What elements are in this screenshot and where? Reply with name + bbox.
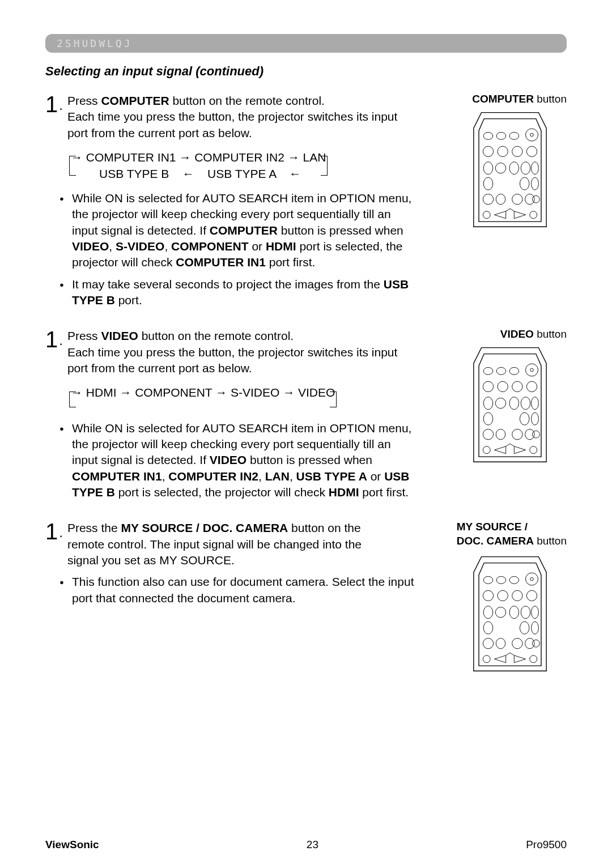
svg-point-40 [483,412,493,425]
bullet-auto-search-computer: While ON is selected for AUTO SEARCH ite… [60,190,416,271]
svg-point-41 [520,412,529,425]
cycle-diagram-video: → HDMI → COMPONENT → S-VIDEO → VIDEO [71,383,567,413]
footer-brand: ViewSonic [45,839,99,851]
step-number: 1 [45,328,58,351]
section-video: VIDEO button [45,328,567,500]
section-mysource: MY SOURCE / DOC. CAMERA button [45,520,567,606]
section-subtitle: Selecting an input signal (continued) [45,64,567,79]
step-dot: . [59,328,63,352]
svg-point-72 [525,639,535,649]
cycle-diagram-computer: → COMPUTER IN1 → COMPUTER IN2 → LAN USB … [71,148,567,184]
svg-point-2 [509,132,519,139]
svg-point-70 [496,639,505,649]
svg-point-18 [496,194,505,205]
step-text: Press the MY SOURCE / DOC. CAMERA button… [67,520,368,568]
svg-point-29 [526,364,538,376]
svg-point-27 [496,368,506,375]
label-video-button: VIDEO button [500,328,567,341]
svg-point-19 [512,194,522,205]
bullet-usb-delay: It may take several seconds to project t… [60,276,416,309]
svg-point-67 [520,622,529,635]
remote-diagram-mysource [465,554,550,681]
svg-point-74 [483,656,490,663]
svg-point-3 [526,129,538,141]
svg-point-63 [509,606,519,619]
section-header-bar: 2SHUDWLQJ [45,34,567,53]
svg-point-44 [496,429,505,440]
svg-point-1 [496,132,506,139]
svg-point-55 [526,573,538,585]
section-computer: COMPUTER button [45,93,567,308]
svg-line-76 [510,653,514,656]
footer-model: Pro9500 [526,839,567,851]
svg-point-28 [509,368,519,375]
svg-line-75 [506,653,510,656]
svg-point-77 [530,656,537,663]
svg-point-45 [512,429,522,440]
bullet-auto-search-video: While ON is selected for AUTO SEARCH ite… [60,420,416,501]
svg-point-46 [525,429,535,440]
page-footer: ViewSonic Pro9500 23 [0,839,612,851]
svg-point-52 [483,577,493,584]
svg-point-17 [483,194,493,205]
label-computer-button: COMPUTER button [472,93,567,105]
svg-point-42 [532,412,539,425]
svg-point-71 [512,639,522,649]
svg-point-30 [530,368,534,372]
svg-point-4 [530,133,534,137]
step-dot: . [59,520,63,544]
bullet-doc-camera: This function also can use for document … [60,574,416,606]
svg-point-58 [498,591,508,601]
svg-point-69 [483,639,493,649]
svg-point-56 [530,578,534,581]
svg-point-73 [532,640,539,648]
footer-page-number: 23 [45,839,567,851]
svg-point-68 [532,622,539,635]
svg-point-26 [483,368,493,375]
step-text: Press COMPUTER button on the remote cont… [67,93,419,141]
svg-point-48 [483,446,490,454]
svg-point-25 [530,211,537,219]
step-number: 1 [45,93,58,116]
svg-point-65 [532,606,539,619]
svg-point-64 [521,606,530,619]
svg-line-50 [510,444,514,446]
svg-point-22 [483,211,490,219]
svg-point-47 [532,431,539,438]
step-number: 1 [45,520,58,543]
svg-point-53 [496,577,506,584]
svg-point-20 [525,194,535,205]
step-dot: . [59,93,63,117]
svg-point-54 [509,577,519,584]
svg-point-59 [512,591,522,601]
step-text: Press VIDEO button on the remote control… [67,328,419,376]
svg-point-57 [483,591,493,601]
svg-point-21 [532,195,539,203]
svg-line-49 [506,444,510,446]
svg-point-0 [483,132,493,139]
svg-point-61 [483,606,493,619]
svg-point-51 [530,446,537,454]
svg-point-66 [483,622,493,635]
svg-point-62 [495,607,505,618]
svg-line-24 [510,209,514,211]
svg-point-43 [483,429,493,440]
svg-point-60 [526,591,537,601]
svg-line-23 [506,209,510,211]
label-mysource-button: MY SOURCE / DOC. CAMERA button [457,520,567,548]
